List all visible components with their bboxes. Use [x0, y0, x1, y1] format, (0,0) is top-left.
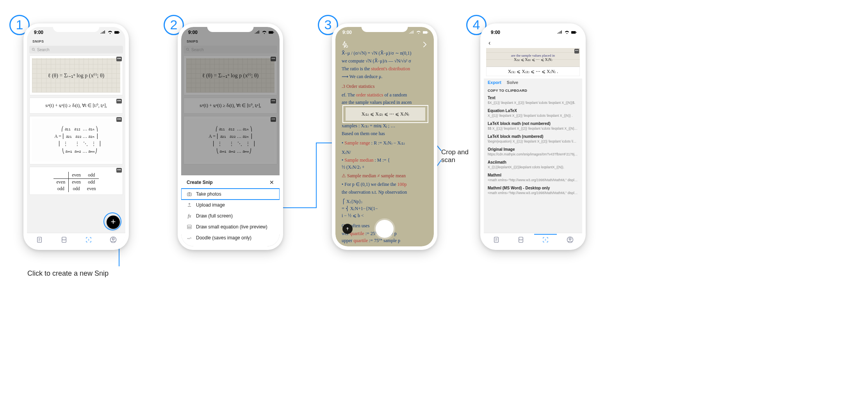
- export-item[interactable]: LaTeX block math (numbered)\begin{equati…: [484, 133, 582, 146]
- export-item[interactable]: Mathml (MS Word) - Desktop only<math xml…: [484, 184, 582, 197]
- camera-icon: [187, 191, 192, 197]
- notebook-line: X₍N/: [342, 150, 430, 155]
- close-icon[interactable]: ✕: [269, 179, 274, 185]
- svg-rect-16: [423, 31, 427, 34]
- clock: 9:00: [342, 30, 352, 35]
- export-item[interactable]: AsciimathX_((1))leqslantX_((2))leqslant …: [484, 159, 582, 171]
- notebook-line: i − ½ ⩽ b <: [342, 213, 430, 219]
- notebook-line: X̄−μ / (σ/√N) = √N (X̄−μ)/σ ∼ n(0,1): [342, 50, 430, 56]
- clock: 9:00: [34, 30, 43, 35]
- snip-thumbnail: sᵢⁿ(t) + sⱼⁿ(t) ≥ δᵢ(t), ∀t ∈ [tᵢ⁰, tⱼⁿ]…: [44, 100, 109, 111]
- table-cell: even: [69, 179, 84, 186]
- battery-icon: [423, 30, 428, 34]
- bottom-nav: PDF Σ: [484, 233, 582, 246]
- flash-icon[interactable]: [341, 41, 349, 48]
- export-item-value: $$ X_{(1)} \leqslant X_{(2)} \leqslant \…: [488, 127, 578, 130]
- snip-card[interactable]: ••• sᵢⁿ(t) + sⱼⁿ(t) ≥ δᵢ(t), ∀t ∈ [tᵢ⁰, …: [29, 98, 123, 114]
- tab-pdf[interactable]: PDF: [517, 234, 525, 245]
- tab-snips[interactable]: Σ: [541, 234, 550, 245]
- table-cell: even: [69, 172, 84, 179]
- notebook-line: ⟿ We can deduce μ.: [342, 74, 430, 80]
- table-cell: even: [53, 179, 69, 186]
- clock: 9:00: [491, 30, 500, 35]
- section-header: COPY TO CLIPBOARD: [484, 87, 582, 94]
- annotation-line: Crop and: [441, 148, 469, 156]
- bottom-nav: PDF Σ: [27, 233, 125, 246]
- export-item-label: Equation LaTeX: [488, 109, 578, 113]
- export-item[interactable]: Equation LaTeXX_{(1)} \leqslant X_{(2)} …: [484, 107, 582, 120]
- snip-thumbnail: ⎛ a₁₁ a₁₂ … a₁ₙ ⎞ A = ⎜ a₂₁ a₂₂ … a₂ₙ ⎟ …: [32, 119, 120, 162]
- create-snip-fab[interactable]: +: [107, 216, 120, 229]
- svg-point-26: [569, 238, 571, 240]
- tab-notes[interactable]: [492, 234, 501, 245]
- export-item[interactable]: Text$X_{(1)} \leqslant X_{(2)} \leqslant…: [484, 94, 582, 107]
- card-menu-icon[interactable]: •••: [116, 99, 122, 103]
- status-icons: [557, 30, 577, 34]
- tab-snips[interactable]: Σ: [84, 234, 93, 245]
- preview-formula: X₍₁₎ ⩽ X₍₂₎ ⩽ ⋯ ⩽ X₍N₎: [514, 57, 552, 62]
- doodle-icon: [187, 235, 192, 241]
- snip-card[interactable]: ••• ⎛ a₁₁ a₁₂ … a₁ₙ ⎞ A = ⎜ a₂₁ a₂₂ … a₂…: [29, 116, 123, 164]
- card-menu-icon[interactable]: •••: [116, 117, 122, 122]
- sheet-item-label: Draw (full screen): [196, 213, 233, 219]
- export-item-label: Original Image: [488, 147, 578, 152]
- camera-upload-button[interactable]: [342, 224, 353, 234]
- notebook-line: • For p ∈ (0,1) we define the 100p: [342, 182, 430, 187]
- sheet-item-label: Doodle (saves image only): [196, 235, 251, 241]
- upload-icon: [345, 226, 350, 232]
- sheet-item-take-photos[interactable]: Take photos: [181, 189, 280, 200]
- card-menu-icon[interactable]: •••: [116, 168, 122, 173]
- snip-list: ••• ℓ (θ) = Σᵢ₌₁ⁿ log p (x⁽ⁱ⁾; θ) ••• sᵢ…: [27, 55, 125, 233]
- tab-account[interactable]: [109, 234, 118, 245]
- tab-notes[interactable]: [35, 234, 44, 245]
- export-item[interactable]: Mathml<math xmlns="http://www.w3.org/199…: [484, 171, 582, 184]
- card-menu-icon[interactable]: •••: [574, 49, 579, 53]
- notebook-line: Based on them one has: [342, 131, 430, 137]
- sheet-item-doodle[interactable]: Doodle (saves image only): [181, 232, 280, 243]
- camera-viewfinder: X̄−μ / (σ/√N) = √N (X̄−μ)/σ ∼ n(0,1)we c…: [335, 27, 434, 246]
- notebook-line: .3 Order statistics: [342, 84, 430, 89]
- page-title: SNIPS: [27, 38, 125, 45]
- tab-account[interactable]: [566, 234, 574, 245]
- sheet-item-upload-image[interactable]: Upload image: [181, 200, 280, 210]
- export-item-value: $X_{(1)} \leqslant X_{(2)} \leqslant \cd…: [488, 101, 578, 105]
- svg-point-18: [346, 46, 348, 48]
- sheet-item-draw-small[interactable]: Draw small equation (live preview): [181, 221, 280, 232]
- snip-card[interactable]: ••• even odd even even odd: [29, 167, 123, 195]
- camera-shutter-button[interactable]: [376, 220, 394, 238]
- create-snip-sheet: Create Snip ✕ Take photos Upload image f…: [181, 175, 280, 246]
- snip-thumbnail: even odd even even odd odd odd even: [53, 172, 99, 192]
- chevron-right-icon[interactable]: [421, 41, 428, 48]
- export-item-value: https://cdn.mathpix.com/snip/images/0mTv…: [488, 152, 578, 156]
- svg-text:Σ: Σ: [88, 239, 89, 241]
- back-button[interactable]: ‹: [484, 38, 582, 48]
- export-item-label: Asciimath: [488, 160, 578, 164]
- svg-point-2: [32, 48, 34, 50]
- upload-icon: [187, 202, 192, 208]
- notch: [510, 23, 556, 32]
- phone-step-3: X̄−μ / (σ/√N) = √N (X̄−μ)/σ ∼ n(0,1)we c…: [332, 23, 437, 250]
- detail-tabs: Export Solve: [484, 78, 582, 87]
- card-menu-icon[interactable]: •••: [116, 57, 122, 61]
- export-item[interactable]: LaTeX block math (not numbered)$$ X_{(1)…: [484, 120, 582, 133]
- export-list: Text$X_{(1)} \leqslant X_{(2)} \leqslant…: [484, 94, 582, 197]
- crop-rectangle[interactable]: X₍₁₎ ⩽ X₍₂₎ ⩽ ⋯ ⩽ X₍N₎: [342, 105, 428, 123]
- tab-solve[interactable]: Solve: [507, 80, 518, 85]
- svg-text:Σ: Σ: [545, 239, 546, 241]
- notebook-line: • Sample range : R := X₍N₎ − X₍₁₎: [342, 140, 430, 146]
- wifi-icon: [107, 30, 113, 34]
- export-item-value: X_{(1)} \leqslant X_{(2)} \leqslant \cdo…: [488, 114, 578, 118]
- sheet-item-label: Take photos: [196, 191, 221, 197]
- crop-preview-text: X₍₁₎ ⩽ X₍₂₎ ⩽ ⋯ ⩽ X₍N₎: [346, 107, 425, 121]
- preview-context-text: are the sample values placed in: [511, 53, 555, 57]
- wifi-icon: [416, 30, 421, 34]
- export-item[interactable]: Original Imagehttps://cdn.mathpix.com/sn…: [484, 146, 582, 159]
- search-input[interactable]: Search: [29, 46, 123, 53]
- svg-rect-12: [187, 193, 192, 196]
- phone-step-1: 9:00 SNIPS Search ••• ℓ (θ) = Σᵢ₌₁ⁿ log …: [23, 23, 129, 250]
- sheet-item-draw-fullscreen[interactable]: fx Draw (full screen): [181, 210, 280, 221]
- tab-pdf[interactable]: PDF: [60, 234, 68, 245]
- tab-export[interactable]: Export: [488, 80, 501, 85]
- snip-card[interactable]: ••• ℓ (θ) = Σᵢ₌₁ⁿ log p (x⁽ⁱ⁾; θ): [29, 55, 123, 95]
- svg-point-7: [112, 238, 114, 240]
